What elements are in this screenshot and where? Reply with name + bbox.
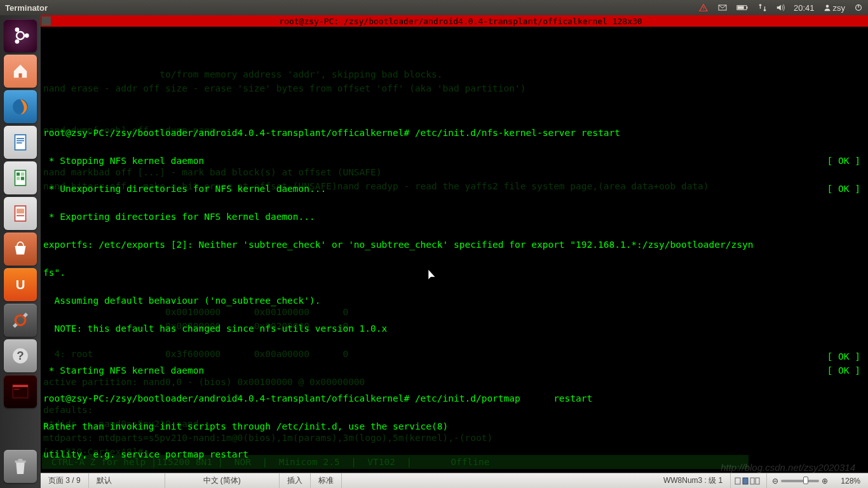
user-indicator[interactable]: zsy bbox=[824, 3, 846, 13]
impress-icon[interactable] bbox=[4, 197, 37, 230]
svg-point-25 bbox=[15, 315, 25, 325]
status-ok: [ OK ] bbox=[827, 363, 860, 377]
svg-point-4 bbox=[825, 5, 829, 8]
terminal-title-text: root@zsy-PC: /zsy/bootloader/android4.0.… bbox=[53, 17, 868, 26]
trash-icon[interactable] bbox=[4, 450, 37, 483]
menubar-indicators: 20:41 zsy bbox=[698, 3, 863, 13]
svg-text:U: U bbox=[16, 278, 25, 292]
warning-icon[interactable] bbox=[698, 3, 709, 13]
svg-rect-13 bbox=[17, 138, 24, 139]
terminator-icon[interactable] bbox=[4, 375, 37, 408]
shutdown-icon[interactable] bbox=[854, 3, 863, 12]
svg-rect-10 bbox=[18, 73, 22, 78]
svg-rect-19 bbox=[17, 177, 20, 180]
mail-icon[interactable] bbox=[717, 3, 728, 13]
app-title: Terminator bbox=[5, 3, 48, 13]
svg-rect-3 bbox=[738, 6, 744, 10]
svg-rect-32 bbox=[18, 459, 23, 461]
svg-point-8 bbox=[15, 27, 20, 32]
terminal-output: root@zsy-PC:/zsy/bootloader/android4.0.4… bbox=[43, 112, 865, 488]
volume-icon[interactable] bbox=[776, 3, 785, 12]
settings-icon[interactable] bbox=[4, 304, 37, 337]
software-center-icon[interactable] bbox=[4, 233, 37, 266]
svg-rect-14 bbox=[17, 140, 24, 142]
terminal-titlebar: root@zsy-PC: /zsy/bootloader/android4.0.… bbox=[41, 15, 868, 27]
svg-rect-15 bbox=[17, 142, 22, 144]
svg-rect-22 bbox=[17, 208, 24, 214]
network-icon[interactable] bbox=[758, 3, 767, 12]
svg-rect-2 bbox=[747, 6, 748, 8]
firefox-icon[interactable] bbox=[4, 90, 37, 123]
svg-rect-23 bbox=[17, 215, 24, 217]
ubuntu-one-icon[interactable]: U bbox=[4, 268, 37, 301]
terminal-close-icon[interactable] bbox=[42, 17, 51, 25]
dash-icon[interactable] bbox=[4, 19, 37, 52]
svg-point-9 bbox=[15, 39, 20, 44]
svg-point-7 bbox=[25, 34, 29, 38]
prompt-line: root@zsy-PC:/zsy/bootloader/android4.0.4… bbox=[43, 126, 865, 140]
unity-launcher: U ? bbox=[0, 15, 41, 488]
clock-text[interactable]: 20:41 bbox=[794, 3, 815, 13]
svg-text:?: ? bbox=[17, 349, 24, 362]
battery-icon[interactable] bbox=[736, 4, 749, 11]
terminal-window: root@zsy-PC: /zsy/bootloader/android4.0.… bbox=[41, 15, 868, 473]
system-menubar: Terminator 20:41 zsy bbox=[0, 0, 868, 15]
help-icon[interactable]: ? bbox=[4, 339, 37, 372]
svg-rect-30 bbox=[14, 389, 20, 390]
svg-rect-18 bbox=[21, 173, 24, 176]
status-ok: [ OK ] bbox=[827, 349, 860, 363]
status-ok: [ OK ] bbox=[827, 182, 860, 196]
svg-rect-17 bbox=[17, 173, 20, 176]
calc-icon[interactable] bbox=[4, 161, 37, 194]
terminal-body[interactable]: to/from memory address 'addr', skipping … bbox=[41, 27, 868, 488]
writer-icon[interactable] bbox=[4, 126, 37, 159]
home-folder-icon[interactable] bbox=[4, 55, 37, 88]
svg-point-6 bbox=[17, 32, 24, 39]
prompt-line: root@zsy-PC:/zsy/bootloader/android4.0.4… bbox=[43, 391, 865, 405]
status-ok: [ OK ] bbox=[827, 154, 860, 168]
svg-rect-29 bbox=[13, 385, 28, 387]
svg-rect-20 bbox=[21, 177, 24, 180]
